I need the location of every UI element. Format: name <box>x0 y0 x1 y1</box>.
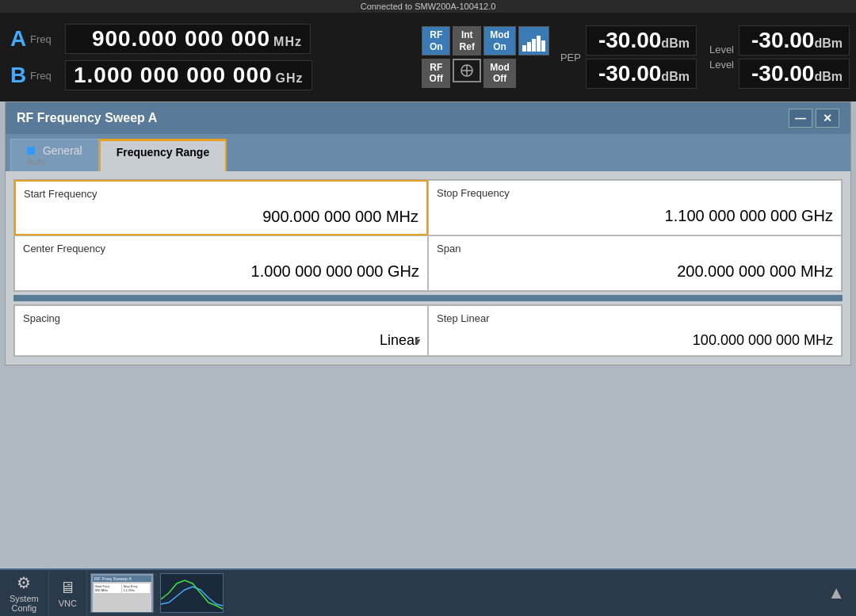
tab-frequency-range[interactable]: Frequency Range <box>99 139 227 171</box>
stop-frequency-cell[interactable]: Stop Frequency 1.100 000 000 000 GHz <box>428 180 842 235</box>
frequency-grid: Start Frequency 900.000 000 000 MHz Stop… <box>13 179 843 292</box>
channel-b-freq-label: Freq <box>30 70 62 82</box>
dialog: RF Frequency Sweep A — ✕ General Auto Fr… <box>5 101 851 365</box>
level-b-label: Level <box>709 59 734 71</box>
channel-a-label: A <box>6 26 30 52</box>
wave-preview-thumbnail[interactable] <box>160 573 224 613</box>
dialog-titlebar: RF Frequency Sweep A — ✕ <box>6 102 850 134</box>
start-freq-label: Start Frequency <box>24 188 418 200</box>
span-label: Span <box>437 243 833 254</box>
rf-off-button[interactable]: RF Off <box>422 59 450 88</box>
tab-frequency-range-label: Frequency Range <box>117 146 209 159</box>
tab-general[interactable]: General Auto <box>10 139 99 171</box>
channel-b-label: B <box>6 63 30 88</box>
tab-general-label: General <box>43 144 82 157</box>
scroll-up-button[interactable]: ▲ <box>816 583 856 603</box>
level-a-label: Level <box>709 44 734 55</box>
mini-dialog: RF Freq Sweep A Start Freq900 MHz Stop F… <box>91 574 153 612</box>
system-config-button[interactable]: ⚙ System Config <box>0 570 49 616</box>
spacing-grid: Spacing Linear ▼ Step Linear 100.000 000… <box>13 304 843 357</box>
tab-indicator <box>27 147 35 155</box>
stop-freq-label: Stop Frequency <box>437 187 833 199</box>
vnc-icon: 🖥 <box>59 579 75 597</box>
level-a-value[interactable]: -30.00dBm <box>739 25 850 55</box>
crosshair-icon[interactable] <box>453 59 481 82</box>
spacing-cell[interactable]: Spacing Linear ▼ <box>14 305 428 356</box>
tab-general-sublabel: Auto <box>27 157 82 166</box>
spacing-dropdown-arrow: ▼ <box>413 336 422 347</box>
span-cell[interactable]: Span 200.000 000 000 MHz <box>428 235 842 291</box>
taskbar: ⚙ System Config 🖥 VNC RF Freq Sweep A St… <box>0 568 856 616</box>
dialog-content: Start Frequency 900.000 000 000 MHz Stop… <box>6 171 850 365</box>
minimize-button[interactable]: — <box>789 109 812 128</box>
center-frequency-cell[interactable]: Center Frequency 1.000 000 000 000 GHz <box>14 235 428 291</box>
channel-a-freq-value[interactable]: 900.000 000 000MHz <box>65 24 311 54</box>
spacing-value: Linear <box>23 324 419 349</box>
channel-a-freq-label: Freq <box>30 33 62 45</box>
status-bar: Connected to SMW200A-100412.0 <box>0 0 856 13</box>
dialog-preview-thumbnail[interactable]: RF Freq Sweep A Start Freq900 MHz Stop F… <box>90 573 154 613</box>
center-freq-value: 1.000 000 000 000 GHz <box>23 254 419 281</box>
close-button[interactable]: ✕ <box>816 109 839 128</box>
wave-preview-svg <box>161 574 223 612</box>
mod-off-button[interactable]: Mod Off <box>483 59 516 88</box>
pep-b-value[interactable]: -30.00dBm <box>586 59 697 89</box>
system-config-label2: Config <box>11 603 36 613</box>
system-config-label: System <box>10 594 39 603</box>
span-value: 200.000 000 000 MHz <box>437 254 833 281</box>
svg-rect-3 <box>161 574 223 612</box>
tab-bar: General Auto Frequency Range <box>6 134 850 171</box>
step-linear-value: 100.000 000 000 MHz <box>437 324 833 349</box>
rf-on-button[interactable]: RF On <box>422 26 450 55</box>
int-ref-button[interactable]: Int Ref <box>453 26 481 55</box>
pep-a-label: PEP <box>560 52 581 63</box>
channel-a-row: A Freq 900.000 000 000MHz <box>3 22 414 55</box>
spacing-label: Spacing <box>23 312 419 324</box>
mod-on-button[interactable]: Mod On <box>483 26 516 55</box>
center-freq-label: Center Frequency <box>23 243 419 254</box>
stop-freq-value: 1.100 000 000 000 GHz <box>437 199 833 225</box>
header: A Freq 900.000 000 000MHz B Freq 1.000 0… <box>0 13 856 101</box>
bar-graph-icon <box>518 26 549 55</box>
section-divider <box>13 295 843 301</box>
status-text: Connected to SMW200A-100412.0 <box>361 2 496 11</box>
start-frequency-cell[interactable]: Start Frequency 900.000 000 000 MHz <box>14 180 428 235</box>
pep-a-value[interactable]: -30.00dBm <box>586 25 697 55</box>
start-freq-value: 900.000 000 000 MHz <box>24 200 418 226</box>
pep-a-section: PEP -30.00dBm -30.00dBm <box>554 13 703 101</box>
channel-b-row: B Freq 1.000 000 000 000GHz <box>3 59 414 92</box>
level-section: Level Level -30.00dBm -30.00dBm <box>703 13 856 101</box>
dialog-title: RF Frequency Sweep A <box>17 111 785 125</box>
gear-icon: ⚙ <box>17 573 31 592</box>
step-linear-label: Step Linear <box>437 312 833 324</box>
channel-b-freq-value[interactable]: 1.000 000 000 000GHz <box>65 60 312 90</box>
step-linear-cell[interactable]: Step Linear 100.000 000 000 MHz <box>428 305 842 356</box>
vnc-label: VNC <box>59 599 77 608</box>
level-b-value[interactable]: -30.00dBm <box>739 59 850 89</box>
vnc-button[interactable]: 🖥 VNC <box>49 570 87 616</box>
